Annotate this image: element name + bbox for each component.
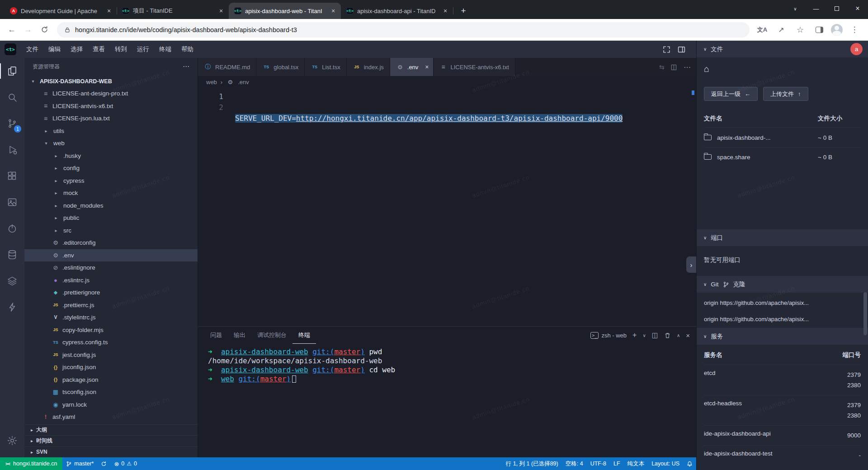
files-section-header[interactable]: 文件 bbox=[697, 41, 868, 57]
cursor-position[interactable]: 行 1, 列 1 (已选择89) bbox=[502, 457, 562, 470]
tree-item[interactable]: asf.yaml bbox=[24, 411, 198, 423]
explorer-icon[interactable] bbox=[0, 58, 24, 84]
editor-tab[interactable]: List.tsx bbox=[305, 58, 346, 76]
tree-item[interactable]: jsconfig.json bbox=[24, 361, 198, 374]
menu-run[interactable]: 运行 bbox=[132, 43, 154, 55]
sync-status[interactable] bbox=[97, 457, 110, 470]
tree-item[interactable]: LICENSE-antvis-x6.txt bbox=[24, 100, 198, 113]
tree-item[interactable]: .stylelintrc.js bbox=[24, 311, 198, 324]
notifications[interactable] bbox=[683, 457, 696, 470]
search-icon[interactable] bbox=[0, 84, 24, 110]
breadcrumb-file[interactable]: .env bbox=[238, 79, 249, 85]
translate-icon[interactable]: 文A bbox=[755, 23, 769, 37]
tree-item[interactable]: .eslintrc.js bbox=[24, 274, 198, 287]
lightning-icon[interactable] bbox=[0, 294, 24, 320]
url-link[interactable]: http://hongxi.titanide.cn/app/apisix-das… bbox=[296, 114, 623, 123]
menu-selection[interactable]: 选择 bbox=[66, 43, 87, 55]
section-outline[interactable]: 大纲 bbox=[24, 424, 198, 436]
file-row[interactable]: space.share ~ 0 B bbox=[704, 147, 861, 166]
services-section-header[interactable]: 服务 bbox=[697, 328, 868, 345]
tab-problems[interactable]: 问题 bbox=[204, 327, 228, 344]
tree-item[interactable]: jest.config.js bbox=[24, 349, 198, 361]
forward-button[interactable] bbox=[21, 23, 35, 37]
tree-folder[interactable]: mock bbox=[24, 187, 198, 199]
ports-section-header[interactable]: 端口 bbox=[697, 229, 868, 246]
git-section-header[interactable]: Git 克隆 bbox=[697, 276, 868, 293]
tree-item[interactable]: package.json bbox=[24, 374, 198, 386]
bookmark-star-icon[interactable] bbox=[793, 23, 807, 37]
tab-close-icon[interactable] bbox=[425, 63, 429, 71]
service-row[interactable]: ide-apisix-dashboard-test - bbox=[704, 445, 861, 465]
section-timeline[interactable]: 时间线 bbox=[24, 435, 198, 446]
source-control-icon[interactable]: 1 bbox=[0, 110, 24, 137]
menu-help[interactable]: 帮助 bbox=[177, 43, 198, 55]
file-row[interactable]: apisix-dashboard-... ~ 0 B bbox=[704, 128, 861, 147]
sidebar-more-icon[interactable] bbox=[183, 62, 189, 71]
tree-item[interactable]: LICENSE-ant-design-pro.txt bbox=[24, 87, 198, 100]
git-remote[interactable]: origin https://github.com/apache/apisix.… bbox=[704, 311, 861, 327]
tree-folder[interactable]: .husky bbox=[24, 150, 198, 162]
problems-status[interactable]: 0 0 bbox=[110, 457, 141, 470]
tree-folder[interactable]: utils bbox=[24, 125, 198, 138]
tree-item[interactable]: cypress.config.ts bbox=[24, 336, 198, 349]
tree-item[interactable]: .editorconfig bbox=[24, 237, 198, 249]
tab-search-icon[interactable] bbox=[785, 0, 806, 17]
layers-icon[interactable] bbox=[0, 268, 24, 294]
tree-item[interactable]: yarn.lock bbox=[24, 399, 198, 411]
browser-profile-avatar[interactable] bbox=[831, 24, 843, 36]
terminal-dropdown-icon[interactable] bbox=[642, 333, 646, 338]
close-panel-icon[interactable] bbox=[686, 332, 690, 339]
git-branch-status[interactable]: master* bbox=[62, 457, 97, 470]
browser-tab[interactable]: <t> apisix-dashboard-api - TitanID bbox=[341, 3, 453, 19]
database-icon[interactable] bbox=[0, 242, 24, 268]
editor-tab-active[interactable]: .env bbox=[390, 58, 434, 76]
tree-item[interactable]: .prettierignore bbox=[24, 286, 198, 299]
home-icon[interactable] bbox=[704, 64, 709, 74]
tab-terminal[interactable]: 终端 bbox=[292, 327, 316, 344]
breadcrumb-folder[interactable]: web bbox=[206, 79, 217, 85]
tree-item[interactable]: tsconfig.json bbox=[24, 386, 198, 399]
maximize-panel-icon[interactable] bbox=[677, 333, 680, 338]
fullscreen-icon[interactable] bbox=[663, 46, 670, 53]
upload-file-button[interactable]: 上传文件 bbox=[763, 87, 808, 101]
tab-close-icon[interactable] bbox=[105, 7, 113, 15]
panel-scrollbar[interactable] bbox=[863, 292, 867, 335]
remote-indicator[interactable]: >< hongxi.titanide.cn bbox=[0, 457, 62, 470]
encoding[interactable]: UTF-8 bbox=[587, 457, 610, 470]
code-editor[interactable]: 1 2 SERVE_URL_DEV=http://hongxi.titanide… bbox=[198, 88, 696, 326]
split-editor-icon[interactable] bbox=[671, 63, 677, 71]
lock-icon[interactable] bbox=[64, 27, 71, 33]
kill-terminal-icon[interactable] bbox=[664, 332, 671, 339]
tab-close-icon[interactable] bbox=[217, 7, 225, 15]
browser-tab[interactable]: A Development Guide | Apache bbox=[5, 3, 117, 19]
tree-folder[interactable]: cypress bbox=[24, 175, 198, 187]
extensions-icon[interactable] bbox=[0, 163, 24, 189]
reload-button[interactable] bbox=[37, 23, 52, 37]
tab-debug-console[interactable]: 调试控制台 bbox=[251, 327, 292, 344]
menu-edit[interactable]: 编辑 bbox=[44, 43, 65, 55]
split-terminal-icon[interactable] bbox=[652, 331, 658, 339]
tree-item[interactable]: LICENSE-json.lua.txt bbox=[24, 112, 198, 125]
menu-file[interactable]: 文件 bbox=[22, 43, 43, 55]
tree-folder[interactable]: public bbox=[24, 212, 198, 224]
new-tab-button[interactable] bbox=[457, 4, 470, 18]
back-parent-button[interactable]: 返回上一级 bbox=[704, 87, 758, 101]
back-button[interactable] bbox=[5, 23, 19, 37]
menu-view[interactable]: 查看 bbox=[88, 43, 109, 55]
service-row[interactable]: ide-apisix-dashboard-api 9000 bbox=[704, 425, 861, 445]
panel-expand-icon[interactable] bbox=[686, 256, 696, 273]
tab-output[interactable]: 输出 bbox=[228, 327, 251, 344]
indentation[interactable]: 空格: 4 bbox=[562, 457, 587, 470]
window-close-button[interactable]: × bbox=[847, 0, 868, 17]
service-row[interactable]: etcd 23792380 bbox=[704, 365, 861, 395]
layout-toggle-icon[interactable] bbox=[678, 46, 685, 53]
tree-folder[interactable]: src bbox=[24, 224, 198, 237]
project-root-row[interactable]: APISIX-DASHBOARD-WEB bbox=[24, 75, 198, 87]
tree-folder[interactable]: config bbox=[24, 162, 198, 175]
browser-tab[interactable]: <t> 项目 - TitanIDE bbox=[117, 3, 229, 19]
keyboard-layout[interactable]: Layout: US bbox=[648, 457, 683, 470]
editor-tab[interactable]: global.tsx bbox=[256, 58, 305, 76]
side-panel-icon[interactable] bbox=[812, 23, 826, 37]
menu-go[interactable]: 转到 bbox=[110, 43, 132, 55]
eol[interactable]: LF bbox=[610, 457, 624, 470]
